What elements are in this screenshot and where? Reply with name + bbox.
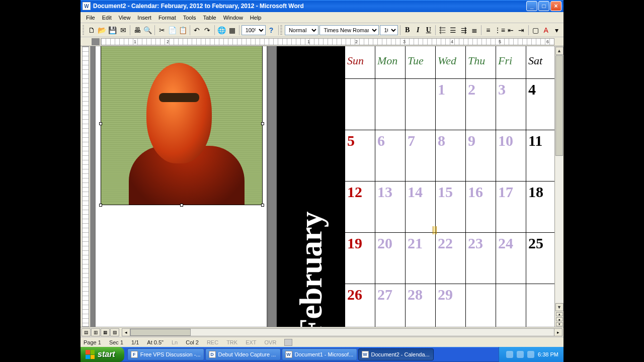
cal-day[interactable]: 23: [466, 233, 496, 284]
scroll-up-icon[interactable]: ▲: [555, 47, 564, 55]
align-left-icon[interactable]: ⬱: [438, 25, 447, 36]
font-color-icon[interactable]: A: [541, 25, 551, 36]
menu-edit[interactable]: Edit: [99, 14, 115, 22]
tray-icon[interactable]: [506, 351, 513, 358]
cal-day[interactable]: 7: [406, 130, 436, 182]
increase-indent-icon[interactable]: ⇥: [517, 25, 526, 36]
cal-day[interactable]: 18: [526, 182, 555, 233]
browse-object-icon[interactable]: ●: [556, 317, 563, 321]
tray-icon[interactable]: [527, 351, 534, 358]
cal-day[interactable]: 28: [406, 284, 436, 327]
cal-day[interactable]: 26: [345, 284, 375, 327]
taskbar-item[interactable]: DDebut Video Capture ...: [205, 348, 281, 360]
cal-day[interactable]: 11: [526, 130, 555, 182]
status-book-icon[interactable]: [284, 339, 292, 346]
cal-day[interactable]: 19: [345, 233, 375, 284]
scroll-right-icon[interactable]: ▸: [554, 329, 562, 336]
start-button[interactable]: start: [80, 347, 124, 362]
cal-day[interactable]: [345, 79, 375, 130]
page-right[interactable]: February SunMonTueWedThuFriSat 123456789…: [277, 46, 554, 327]
next-page-icon[interactable]: ▾: [556, 322, 563, 326]
justify-icon[interactable]: ≣: [469, 25, 479, 36]
cal-day[interactable]: [375, 79, 406, 130]
paste-icon[interactable]: 📋: [178, 25, 188, 36]
font-size-select[interactable]: 10: [380, 25, 398, 35]
menu-file[interactable]: File: [83, 14, 99, 22]
menu-format[interactable]: Format: [155, 14, 180, 22]
zoom-select[interactable]: 100%: [242, 25, 266, 35]
web-layout-view-icon[interactable]: ▥: [91, 328, 100, 336]
cal-day[interactable]: [406, 79, 436, 130]
menu-help[interactable]: Help: [247, 14, 265, 22]
cal-day[interactable]: 5: [345, 130, 375, 182]
scroll-down-icon[interactable]: ▼: [555, 303, 564, 311]
minimize-button[interactable]: _: [526, 1, 537, 11]
cal-day[interactable]: 8: [436, 130, 466, 182]
taskbar-item[interactable]: WDocument1 - Microsof...: [282, 348, 357, 360]
cal-day[interactable]: 12: [345, 182, 375, 233]
print-layout-view-icon[interactable]: ▦: [101, 328, 110, 336]
align-right-icon[interactable]: ⇶: [459, 25, 468, 36]
horizontal-scrollbar[interactable]: ◂ ▸: [122, 328, 562, 336]
cal-day[interactable]: [526, 284, 555, 327]
status-ext[interactable]: EXT: [246, 339, 256, 345]
clock[interactable]: 6:38 PM: [538, 351, 558, 357]
cal-day[interactable]: 25: [526, 233, 555, 284]
more-icon[interactable]: ▾: [552, 25, 561, 36]
vertical-scrollbar[interactable]: ▲ ▼ ▴ ● ▾: [554, 46, 564, 327]
bold-button[interactable]: B: [403, 25, 412, 36]
cal-day[interactable]: 16: [466, 182, 496, 233]
hscroll-thumb[interactable]: [130, 329, 191, 336]
open-icon[interactable]: 📂: [97, 25, 107, 36]
scroll-left-icon[interactable]: ◂: [122, 329, 130, 336]
status-trk[interactable]: TRK: [226, 339, 237, 345]
cut-icon[interactable]: ✂: [157, 25, 167, 36]
cal-day[interactable]: 27: [375, 284, 406, 327]
underline-button[interactable]: U: [424, 25, 433, 36]
cal-day[interactable]: [466, 284, 496, 327]
titlebar[interactable]: W Document2 - Calendar: February, 2012 t…: [80, 0, 564, 12]
cal-day[interactable]: 15: [436, 182, 466, 233]
menu-window[interactable]: Window: [220, 14, 247, 22]
vertical-ruler[interactable]: [80, 46, 91, 327]
taskbar-item[interactable]: FFree VPS Discussion -...: [127, 348, 204, 360]
cal-day[interactable]: 17: [496, 182, 526, 233]
decrease-indent-icon[interactable]: ⇤: [506, 25, 516, 36]
cal-day[interactable]: 10: [496, 130, 526, 182]
cal-day[interactable]: 3: [496, 79, 526, 130]
numbering-icon[interactable]: ≡: [484, 25, 493, 36]
calendar-table[interactable]: SunMonTueWedThuFriSat 123456789101112131…: [345, 46, 554, 327]
prev-page-icon[interactable]: ▴: [556, 312, 563, 316]
align-center-icon[interactable]: ☰: [448, 25, 458, 36]
style-select[interactable]: Normal: [285, 25, 319, 35]
cal-day[interactable]: 20: [375, 233, 406, 284]
tray-icon[interactable]: [517, 351, 524, 358]
menu-tools[interactable]: Tools: [180, 14, 200, 22]
cal-day[interactable]: 9: [466, 130, 496, 182]
picture-frame[interactable]: [101, 46, 263, 205]
cal-day[interactable]: 4: [526, 79, 555, 130]
taskbar-item[interactable]: WDocument2 - Calenda...: [358, 348, 434, 360]
menu-insert[interactable]: Insert: [134, 14, 155, 22]
scroll-track[interactable]: [555, 55, 563, 303]
undo-icon[interactable]: ↶: [192, 25, 202, 36]
status-ovr[interactable]: OVR: [265, 339, 277, 345]
page-left[interactable]: [96, 46, 267, 327]
menu-table[interactable]: Table: [199, 14, 219, 22]
menu-view[interactable]: View: [115, 14, 134, 22]
system-tray[interactable]: 6:38 PM: [499, 347, 564, 362]
save-icon[interactable]: 💾: [108, 25, 117, 36]
cal-day[interactable]: 14: [406, 182, 436, 233]
cal-day[interactable]: 24: [496, 233, 526, 284]
outline-view-icon[interactable]: ▧: [110, 328, 119, 336]
new-document-icon[interactable]: 🗋: [87, 25, 96, 36]
toolbar-grip[interactable]: [83, 25, 84, 35]
cal-day[interactable]: [496, 284, 526, 327]
cal-day[interactable]: 1: [436, 79, 466, 130]
borders-icon[interactable]: ▢: [531, 25, 540, 36]
bullets-icon[interactable]: ⋮≡: [494, 25, 505, 36]
font-select[interactable]: Times New Roman: [319, 25, 379, 35]
toolbar-grip[interactable]: [280, 25, 282, 35]
normal-view-icon[interactable]: ▤: [82, 328, 91, 336]
help-icon[interactable]: ?: [267, 25, 276, 36]
